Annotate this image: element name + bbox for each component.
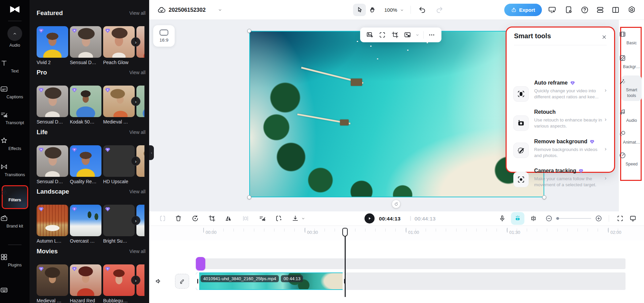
filter-item[interactable]: Sensual D…: [70, 26, 101, 65]
keyboard-shortcuts-button[interactable]: [0, 286, 30, 294]
download-chevron-icon[interactable]: [301, 216, 305, 224]
filter-item[interactable]: Medieval …: [103, 86, 135, 124]
aspect-ratio-chip[interactable]: 16:9: [153, 25, 175, 47]
export-button[interactable]: Export: [504, 4, 542, 16]
close-icon[interactable]: [600, 33, 608, 41]
sidebar-item-filters[interactable]: Filters: [0, 188, 30, 203]
filter-item[interactable]: Vivid 2: [37, 26, 68, 65]
tab-animations[interactable]: Animat…: [619, 130, 644, 145]
redo-button[interactable]: [435, 6, 444, 14]
filter-item[interactable]: Bubblegu…: [103, 264, 135, 303]
scroll-right-button[interactable]: ›: [131, 97, 140, 106]
hand-tool-button[interactable]: [366, 4, 379, 16]
pip-scale-button[interactable]: [401, 29, 414, 41]
smart-split-button[interactable]: [275, 215, 283, 222]
delete-button[interactable]: [175, 215, 182, 222]
mute-track-button[interactable]: [155, 277, 162, 285]
split-clip-button[interactable]: [159, 215, 166, 222]
filter-item[interactable]: Kodak 50…: [70, 86, 101, 124]
fit-canvas-button[interactable]: [376, 29, 388, 41]
sidebar-item-effects[interactable]: Effects: [0, 137, 30, 151]
sidebar-item-plugins[interactable]: Plugins: [0, 253, 30, 268]
extract-audio-button[interactable]: [259, 215, 266, 222]
magnetic-timeline-toggle[interactable]: [511, 212, 524, 225]
filter-item[interactable]: HD Upscale: [103, 145, 135, 184]
smart-tool-remove-background[interactable]: Remove background Remove backgrounds in …: [507, 137, 614, 164]
sidebar-item-audio[interactable]: Audio: [0, 43, 30, 48]
preview-quality-button[interactable]: [629, 215, 637, 222]
sidebar-item-transitions[interactable]: Transitions: [0, 163, 30, 178]
tab-basic[interactable]: Basic: [619, 31, 644, 46]
clip-trim-handle-right[interactable]: [343, 272, 346, 290]
video-preview[interactable]: [249, 31, 544, 197]
replace-media-button[interactable]: [363, 29, 376, 41]
pip-chevron-icon[interactable]: [414, 29, 421, 41]
scroll-right-button[interactable]: ›: [131, 37, 140, 47]
smart-tool-auto-reframe[interactable]: Auto reframe Quickly change your video i…: [507, 79, 614, 108]
sidebar-item-captions[interactable]: Captions: [0, 85, 30, 100]
filter-item[interactable]: Quality Re…: [70, 145, 101, 184]
filter-clip[interactable]: [196, 257, 205, 270]
fullscreen-timeline-button[interactable]: [616, 215, 624, 222]
playhead-handle[interactable]: [342, 228, 348, 237]
voiceover-button[interactable]: [499, 215, 506, 222]
settings-button[interactable]: [628, 6, 636, 14]
sidebar-item-transcript[interactable]: Transcript: [0, 111, 30, 125]
filter-item[interactable]: Bright Su…: [103, 205, 135, 244]
zoom-level[interactable]: 100%: [384, 7, 397, 13]
zoom-chevron-icon[interactable]: [400, 8, 404, 12]
filter-item[interactable]: Medieval …: [37, 264, 68, 303]
filter-item[interactable]: Sensual D…: [37, 86, 68, 124]
scroll-right-button[interactable]: ›: [131, 216, 140, 225]
draw-track-button[interactable]: [175, 274, 189, 289]
tab-audio[interactable]: Audio: [619, 108, 644, 123]
scroll-right-button[interactable]: ›: [131, 156, 140, 166]
transform-handle-bottom-left[interactable]: [247, 195, 251, 199]
stack-menu-button[interactable]: [596, 6, 604, 14]
undo-button[interactable]: [418, 6, 426, 14]
transform-handle-top-left[interactable]: [247, 29, 251, 33]
scroll-right-button[interactable]: ›: [131, 275, 140, 285]
filter-item[interactable]: Peach Glow: [103, 26, 135, 65]
playhead-line[interactable]: [345, 236, 346, 297]
project-menu-chevron-icon[interactable]: [218, 8, 222, 12]
view-all-link[interactable]: View all: [129, 10, 145, 16]
filter-item[interactable]: Sensual D…: [37, 145, 68, 184]
view-all-link[interactable]: View all: [129, 130, 145, 135]
video-clip[interactable]: 4010941-uhd_3840_2160_25fps.mp4 00:44:13: [196, 272, 346, 290]
clip-trim-handle-left[interactable]: [196, 272, 199, 290]
layout-panels-button[interactable]: [611, 6, 620, 14]
mirror-button[interactable]: [225, 215, 232, 222]
sidebar-item-brand-kit[interactable]: Brand kit: [0, 214, 30, 229]
timeline-zoom-slider[interactable]: [556, 218, 591, 219]
panel-collapse-handle[interactable]: ‹: [149, 145, 154, 160]
transform-handle-bottom-right[interactable]: [542, 195, 546, 199]
download-clip-button[interactable]: [292, 215, 299, 222]
crop-button[interactable]: [389, 29, 401, 41]
sidebar-item-text[interactable]: Text: [0, 59, 30, 74]
crop-clip-button[interactable]: [208, 215, 216, 222]
tab-background[interactable]: Backgr…: [619, 54, 644, 70]
ab-preview-split-button[interactable]: [530, 215, 537, 222]
tab-smart-tools[interactable]: Smart tools: [619, 78, 644, 99]
select-tool-button[interactable]: [353, 4, 366, 16]
project-title[interactable]: 202506152302: [169, 7, 206, 13]
reverse-button[interactable]: [191, 215, 199, 222]
rotate-handle[interactable]: [392, 200, 400, 208]
smart-tool-retouch[interactable]: Retouch Use retouch to enhance beauty in…: [507, 108, 614, 137]
zoom-in-button[interactable]: [595, 215, 602, 222]
scroll-up-button[interactable]: [7, 26, 22, 41]
mirror-to-device-button[interactable]: [548, 6, 556, 14]
zoom-out-button[interactable]: [545, 215, 553, 222]
timeline-zoom-slider-knob[interactable]: [556, 217, 559, 220]
play-button[interactable]: [364, 213, 375, 223]
view-all-link[interactable]: View all: [129, 189, 145, 194]
timeline-ruler[interactable]: 00:00 00:30 01:00 01:30 02:00: [149, 226, 644, 240]
filter-track[interactable]: [196, 258, 626, 269]
help-button[interactable]: [581, 6, 589, 14]
filter-item[interactable]: Hazard Red: [70, 264, 101, 303]
freeze-frame-button[interactable]: [242, 215, 249, 222]
more-options-button[interactable]: [426, 29, 438, 41]
device-check-button[interactable]: [564, 6, 573, 14]
filter-item[interactable]: Overcast …: [70, 205, 101, 244]
